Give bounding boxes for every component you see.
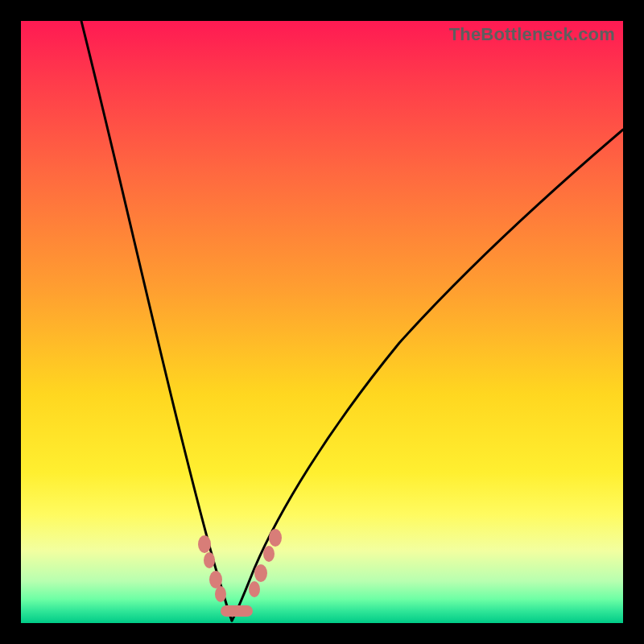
marker-bead — [254, 564, 267, 582]
marker-bottom-bar — [221, 605, 253, 617]
marker-bead — [198, 535, 211, 553]
right-curve — [232, 130, 623, 621]
marker-bead — [263, 546, 275, 562]
marker-bead — [215, 586, 226, 602]
marker-bead — [249, 581, 260, 597]
left-curve — [81, 21, 232, 621]
marker-bead — [269, 529, 282, 547]
bottleneck-curve-chart — [21, 21, 623, 623]
plot-frame: TheBottleneck.com — [21, 21, 623, 623]
marker-bead — [209, 571, 222, 588]
marker-bead — [204, 552, 215, 568]
